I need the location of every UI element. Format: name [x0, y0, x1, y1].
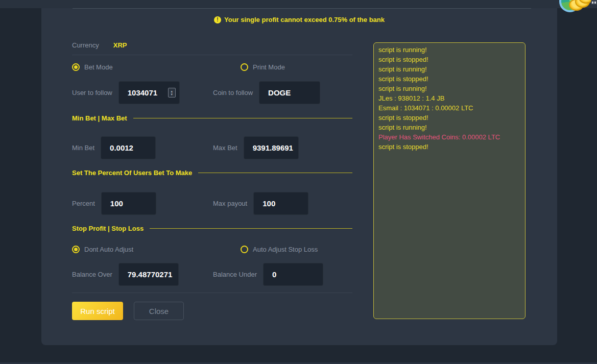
max-bet-input[interactable] [244, 136, 299, 159]
radio-bet-mode[interactable]: Bet Mode [72, 63, 113, 71]
button-row: Run script Close [72, 302, 352, 320]
log-line: script is stopped! [378, 142, 520, 152]
bonus-coins-icon[interactable] [559, 0, 593, 14]
number-stepper-icon[interactable]: ▲▼ [168, 88, 176, 98]
log-panel[interactable]: script is running!script is stopped!scri… [373, 42, 526, 319]
top-header-band [0, 0, 597, 8]
balance-over-label: Balance Over [72, 271, 112, 278]
section-min-max-title: Min Bet | Max Bet [72, 114, 127, 122]
log-line: script is stopped! [378, 74, 520, 84]
user-to-follow-label: User to follow [72, 89, 112, 96]
radio-selected-icon[interactable] [72, 246, 80, 253]
log-line: script is running! [378, 84, 520, 93]
currency-label: Currency [72, 41, 99, 49]
currency-row: Currency XRP [72, 40, 352, 50]
section-percent-title: Set The Percent Of Users Bet To Make [72, 169, 192, 177]
divider [72, 293, 352, 293]
log-line: script is running! [378, 64, 520, 74]
balance-under-input[interactable] [263, 263, 323, 286]
script-settings-modal: ! Your single profit cannot exceed 0.75%… [41, 0, 557, 345]
balance-under-label: Balance Under [213, 271, 257, 278]
log-line: script is running! [378, 45, 520, 55]
dont-auto-adjust-label: Dont Auto Adjust [84, 246, 133, 253]
close-button[interactable]: Close [134, 302, 184, 320]
section-stop: Stop Profit | Stop Loss [72, 224, 352, 233]
corner-tooltip-fragment [591, 0, 597, 5]
balance-row: Balance Over Balance Under [72, 263, 352, 286]
radio-unselected-icon[interactable] [241, 63, 248, 71]
divider [72, 55, 352, 55]
section-rule [198, 173, 352, 173]
header-divider [73, 8, 531, 9]
log-line: JLes : 938012 : 1.4 JB [378, 93, 520, 103]
log-line: Player Has Switched Coins: 0.00002 LTC [378, 132, 520, 142]
log-line: script is stopped! [378, 55, 520, 64]
script-settings-form: Currency XRP Bet Mode Print Mode User to… [72, 40, 352, 320]
radio-print-mode[interactable]: Print Mode [241, 63, 285, 71]
radio-dont-auto-adjust[interactable]: Dont Auto Adjust [72, 246, 133, 253]
section-rule [133, 118, 352, 118]
max-payout-input[interactable] [253, 192, 308, 215]
log-line: script is stopped! [378, 113, 520, 123]
bet-mode-label: Bet Mode [84, 63, 113, 71]
auto-adjust-stop-loss-label: Auto Adjust Stop Loss [253, 246, 318, 253]
min-max-row: Min Bet Max Bet [72, 136, 352, 159]
warning-banner: ! Your single profit cannot exceed 0.75%… [41, 16, 557, 23]
min-bet-input[interactable] [101, 136, 156, 159]
radio-selected-icon[interactable] [72, 63, 80, 71]
print-mode-label: Print Mode [253, 63, 285, 71]
radio-auto-adjust-stop-loss[interactable]: Auto Adjust Stop Loss [241, 246, 318, 253]
adjust-radio-row: Dont Auto Adjust Auto Adjust Stop Loss [72, 244, 352, 254]
log-line: script is running! [378, 123, 520, 132]
run-script-button[interactable]: Run script [72, 302, 123, 320]
section-percent: Set The Percent Of Users Bet To Make [72, 168, 352, 177]
coin-to-follow-input[interactable] [259, 81, 320, 104]
radio-unselected-icon[interactable] [241, 246, 248, 253]
warning-text: Your single profit cannot exceed 0.75% o… [224, 16, 385, 23]
percent-label: Percent [72, 200, 95, 207]
section-stop-title: Stop Profit | Stop Loss [72, 225, 144, 232]
coin-to-follow-label: Coin to follow [213, 89, 253, 96]
percent-row: Percent Max payout [72, 192, 352, 215]
info-icon: ! [214, 16, 221, 23]
balance-over-input[interactable] [118, 263, 179, 286]
section-min-max: Min Bet | Max Bet [72, 113, 352, 123]
max-payout-label: Max payout [213, 200, 247, 207]
min-bet-label: Min Bet [72, 144, 94, 152]
percent-input[interactable] [101, 192, 156, 215]
follow-row: User to follow ▲▼ Coin to follow [72, 81, 352, 104]
mode-radio-row: Bet Mode Print Mode [72, 62, 352, 72]
log-line: Esmail : 1034071 : 0.00002 LTC [378, 103, 520, 113]
currency-value: XRP [113, 41, 127, 49]
max-bet-label: Max Bet [213, 144, 237, 152]
section-rule [150, 228, 352, 229]
